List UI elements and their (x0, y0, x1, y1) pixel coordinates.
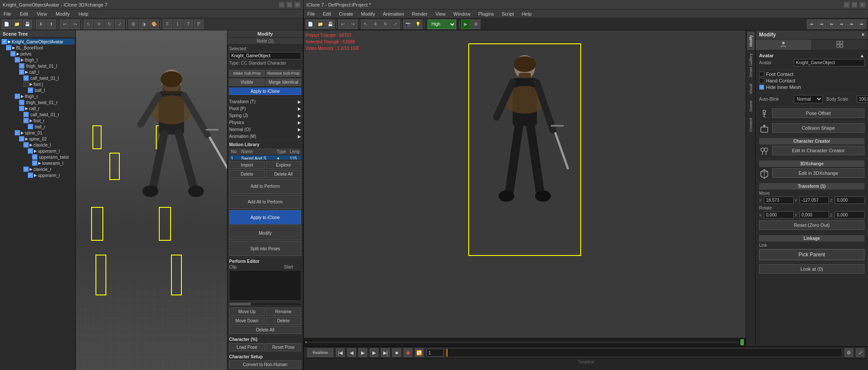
toolbar-shading[interactable]: ◑ (139, 20, 148, 29)
tree-item-calf-r[interactable]: ✓ ▶ calf_r (1, 105, 75, 111)
rt-new[interactable]: 📄 (306, 20, 315, 29)
make-sub-prop-btn[interactable]: Make Sub-Prop (229, 70, 265, 77)
tree-checkbox-foot-r[interactable]: ✓ (23, 118, 29, 123)
tree-checkbox-pelvis[interactable]: ✓ (10, 51, 16, 56)
rt-btn-group-5[interactable]: ⬅ (847, 20, 856, 29)
tree-checkbox-clavicle-l[interactable]: ✓ (23, 142, 29, 147)
toolbar-redo[interactable]: ↪ (70, 20, 80, 29)
tl-prev-frame-btn[interactable]: ◀ (347, 348, 356, 357)
tree-item-thigh-twist-l[interactable]: ✓ thigh_twist_01_l (1, 63, 75, 69)
toolbar-texture[interactable]: 🎨 (149, 20, 159, 29)
tree-item-upperarm-r[interactable]: ✓ ▶ upperarm_r (1, 172, 75, 178)
apply-to-iclone-btn[interactable]: Apply to iClone (229, 88, 301, 95)
look-at-btn[interactable]: Look at (0) (759, 264, 865, 274)
tree-item-knight[interactable]: ✓ ▶ Knight_GameObjectAvatar (1, 39, 75, 45)
menu-edit-right[interactable]: Edit (321, 11, 333, 16)
left-minimize-btn[interactable]: − (279, 2, 285, 8)
tl-settings-btn[interactable]: ⚙ (845, 348, 853, 357)
menu-animation-right[interactable]: Animation (381, 11, 406, 16)
convert-non-human-btn[interactable]: Convert to Non-Human (229, 360, 301, 369)
tl-realtime-btn[interactable]: Realtime (307, 348, 333, 357)
tree-checkbox-calf-r[interactable]: ✓ (19, 106, 24, 111)
rt-settings[interactable]: ⚙ (471, 20, 480, 29)
menu-help-left[interactable]: Help (77, 11, 90, 16)
modify-right-close[interactable]: × (861, 32, 865, 38)
menu-modify-left[interactable]: Modify (54, 11, 71, 16)
tree-item-calf-l[interactable]: ✓ ▶ calf_l (1, 69, 75, 75)
tree-checkbox-calf-twist-l[interactable]: ✓ (23, 75, 29, 81)
tree-item-thigh-l[interactable]: ✓ ▶ thigh_l (1, 57, 75, 63)
delete-all-perf-btn[interactable]: Delete All (229, 326, 301, 334)
spring-row[interactable]: Spring (J) ▶ (229, 112, 301, 119)
tree-checkbox-knight[interactable]: ✓ (2, 39, 7, 44)
tree-checkbox-thigh-l[interactable]: ✓ (15, 57, 20, 62)
visible-btn[interactable]: Visible (229, 79, 265, 86)
move-z-input[interactable] (835, 196, 865, 204)
right-maximize-btn[interactable]: □ (852, 2, 858, 8)
toolbar-view-front[interactable]: F (163, 20, 172, 29)
toolbar-undo[interactable]: ↩ (60, 20, 69, 29)
main-timeline-track[interactable] (306, 341, 739, 343)
import-btn[interactable]: Import (229, 161, 265, 169)
tree-checkbox-thigh-twist-r[interactable]: ✓ (19, 100, 24, 105)
delete-all-btn[interactable]: Delete All (266, 170, 301, 178)
right-close-btn[interactable]: × (859, 2, 865, 8)
menu-plugins-right[interactable]: Plugins (477, 11, 496, 16)
toolbar-rotate[interactable]: ↻ (105, 20, 114, 29)
rt-select[interactable]: ↖ (361, 20, 370, 29)
tree-item-calf-twist-l[interactable]: ✓ calf_twist_01_l (1, 75, 75, 81)
tree-item-thigh-r[interactable]: ✓ ▶ thigh_r (1, 93, 75, 99)
tree-checkbox-ball-l[interactable]: ✓ (28, 88, 33, 93)
toolbar-export[interactable]: ⬆ (46, 20, 56, 29)
tree-item-foot-r[interactable]: ✓ ▶ foot_r (1, 118, 75, 124)
toolbar-open[interactable]: 📁 (12, 20, 22, 29)
collision-shape-btn[interactable]: Collision Shape (772, 123, 865, 133)
tree-checkbox-ball-r[interactable]: ✓ (28, 124, 33, 129)
toolbar-import[interactable]: ⬇ (36, 20, 46, 29)
timeline-track[interactable] (446, 348, 842, 357)
toolbar-save[interactable]: 💾 (23, 20, 32, 29)
avatar-input[interactable] (794, 59, 865, 66)
toolbar-move[interactable]: ✛ (94, 20, 104, 29)
tree-item-spine01[interactable]: ✓ ▶ spine_01 (1, 130, 75, 136)
tree-item-clavicle-l[interactable]: ✓ ▶ clavicle_l (1, 142, 75, 148)
body-scale-input[interactable] (857, 95, 868, 103)
delete-btn[interactable]: Delete (229, 170, 265, 178)
tl-record-btn[interactable]: ⏺ (404, 348, 412, 357)
menu-view-left[interactable]: View (35, 11, 49, 16)
move-up-btn[interactable]: Move Up (229, 308, 265, 316)
tree-item-calf-twist-r[interactable]: ✓ calf_twist_01_r (1, 111, 75, 118)
iclone-viewport[interactable]: Project Triangle : 66767 Selected Triang… (304, 30, 746, 346)
rt-btn-group-6[interactable]: ➡ (857, 20, 866, 29)
move-down-btn[interactable]: Move Down (229, 317, 265, 325)
vert-tab-content[interactable]: Content (747, 115, 754, 135)
edit-threedx-btn[interactable]: Edit in 3DXchange (772, 168, 865, 178)
tree-item-thigh-twist-r[interactable]: ✓ thigh_twist_01_r (1, 99, 75, 105)
tl-stop-btn[interactable]: ■ (392, 348, 401, 357)
tree-item-lowerarm-l[interactable]: ✓ ▶ lowerarm_l (1, 160, 75, 166)
tl-frame-input[interactable] (426, 349, 444, 357)
normal-row[interactable]: Normal (O) ▶ (229, 126, 301, 133)
menu-edit-left[interactable]: Edit (18, 11, 30, 16)
menu-file-left[interactable]: File (2, 11, 13, 16)
rt-open[interactable]: 📁 (316, 20, 325, 29)
tree-checkbox-lowerarm-l[interactable]: ✓ (32, 160, 37, 166)
tl-prev-key-btn[interactable]: |◀ (336, 348, 345, 357)
motion-row-1[interactable]: 1Sword And S...✦115 (229, 155, 301, 160)
pose-offset-btn[interactable]: Pose Offset (772, 108, 865, 118)
rotate-x-input[interactable] (764, 211, 794, 219)
vert-tab-scene[interactable]: Scene (747, 98, 754, 115)
tl-expand-btn[interactable]: ⤢ (856, 348, 865, 357)
tree-item-upperarm-twist-l[interactable]: ✓ upperarm_twist (1, 154, 75, 160)
delete-perf-btn[interactable]: Delete (266, 317, 301, 325)
tree-item-ball-r[interactable]: ✓ ball_r (1, 124, 75, 130)
transform-row[interactable]: Transform (T) ▶ (229, 98, 301, 105)
rt-undo[interactable]: ↩ (338, 20, 348, 29)
toolbar-wireframe[interactable]: ⊞ (128, 20, 138, 29)
right-minimize-btn[interactable]: − (844, 2, 850, 8)
modify-tab-person[interactable] (756, 39, 812, 50)
menu-create-right[interactable]: Create (337, 11, 355, 16)
tree-checkbox-thigh-twist-l[interactable]: ✓ (19, 63, 24, 69)
foot-contact-row[interactable]: Foot Contact (759, 72, 865, 77)
tree-item-clavicle-r[interactable]: ✓ ▶ clavicle_r (1, 166, 75, 172)
